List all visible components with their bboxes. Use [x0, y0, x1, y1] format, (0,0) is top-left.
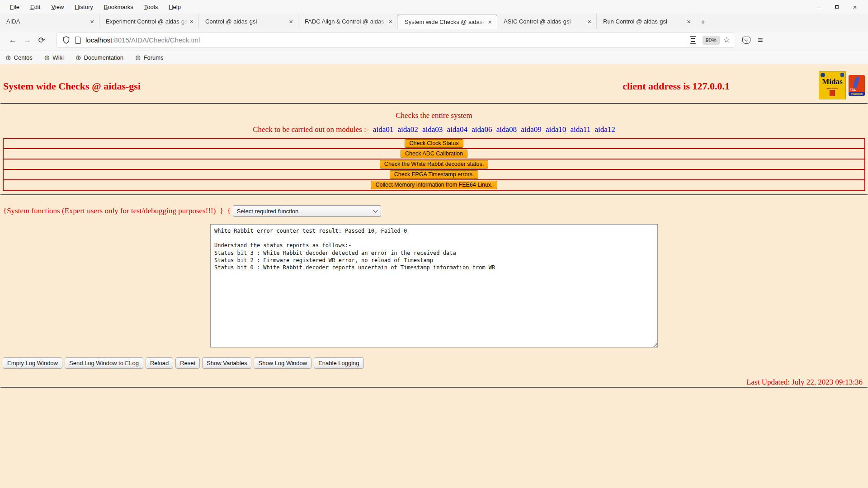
tab-control[interactable]: Control @ aidas-gsi × [199, 14, 298, 29]
midas-shield-icon [840, 73, 844, 77]
page-subtitle: Checks the entire system [0, 111, 868, 120]
tab-label: AIDA [6, 18, 89, 25]
module-link-aida06[interactable]: aida06 [472, 125, 492, 134]
module-link-aida01[interactable]: aida01 [373, 125, 393, 134]
tcl-powered-text: POWERED [849, 92, 865, 96]
close-button[interactable]: × [849, 2, 861, 12]
reload-button[interactable]: Reload [146, 357, 173, 369]
module-link-aida12[interactable]: aida12 [594, 125, 615, 134]
url-bar[interactable]: localhost:8015/AIDA/Check/Check.tml 90% … [56, 33, 734, 48]
navbar-right-icons: ≡ [742, 35, 766, 45]
new-tab-button[interactable]: + [696, 15, 710, 29]
globe-icon: ⊕ [5, 54, 11, 61]
midas-powered-by-text: powered by [827, 87, 838, 89]
module-link-aida10[interactable]: aida10 [546, 125, 566, 134]
tab-close-icon[interactable]: × [387, 18, 394, 25]
maximize-icon [835, 5, 839, 9]
navigation-bar: ← → ⟳ localhost:8015/AIDA/Check/Check.tm… [0, 29, 868, 51]
show-log-window-button[interactable]: Show Log Window [254, 357, 311, 369]
bookmark-documentation[interactable]: ⊕ Documentation [75, 54, 123, 61]
menu-hamburger-icon[interactable]: ≡ [755, 35, 766, 45]
reload-icon[interactable]: ⟳ [34, 33, 49, 47]
menu-help[interactable]: Help [163, 2, 186, 12]
module-link-aida04[interactable]: aida04 [447, 125, 467, 134]
globe-icon: ⊕ [75, 54, 81, 61]
module-link-aida08[interactable]: aida08 [496, 125, 517, 134]
tab-close-icon[interactable]: × [685, 18, 692, 25]
chevron-down-icon [373, 208, 377, 213]
tab-asic-control[interactable]: ASIC Control @ aidas-gsi × [497, 14, 597, 29]
bookmark-wiki[interactable]: ⊕ Wiki [44, 54, 64, 61]
menu-file[interactable]: File [5, 2, 25, 12]
reader-view-icon[interactable] [690, 36, 696, 44]
table-row: Check Clock Status [3, 138, 865, 149]
bookmark-centos[interactable]: ⊕ Centos [5, 54, 33, 61]
tab-label: Control @ aidas-gsi [205, 18, 288, 25]
menu-edit[interactable]: Edit [25, 2, 46, 12]
url-host: localhost [85, 36, 112, 44]
bookmark-label: Documentation [84, 54, 123, 61]
bookmark-star-icon[interactable]: ☆ [723, 35, 730, 45]
tab-run-control[interactable]: Run Control @ aidas-gsi × [597, 14, 696, 29]
check-white-rabbit-button[interactable]: Check the White Rabbit decoder status. [380, 160, 488, 169]
menu-tools[interactable]: Tools [139, 2, 163, 12]
url-path: :8015/AIDA/Check/Check.tml [112, 36, 200, 44]
bookmark-label: Centos [14, 54, 33, 61]
tcl-logo-text: TCL [850, 88, 856, 91]
tab-close-icon[interactable]: × [288, 18, 294, 25]
page-header: System wide Checks @ aidas-gsi client ad… [0, 64, 868, 103]
tab-close-icon[interactable]: × [89, 18, 95, 25]
menu-view[interactable]: View [46, 2, 69, 12]
bookmark-forums[interactable]: ⊕ Forums [135, 54, 164, 61]
tab-label: FADC Align & Control @ aidas-gsi [305, 18, 387, 25]
module-link-aida02[interactable]: aida02 [397, 125, 418, 134]
tab-aida[interactable]: AIDA × [0, 14, 99, 29]
maximize-button[interactable] [831, 2, 843, 12]
table-row: Check FPGA Timestamp errors. [3, 169, 865, 180]
tab-label: Run Control @ aidas-gsi [603, 18, 685, 25]
action-button-row: Empty Log Window Send Log Window to ELog… [3, 357, 868, 369]
shield-icon[interactable] [63, 36, 70, 44]
check-fpga-timestamp-button[interactable]: Check FPGA Timestamp errors. [390, 170, 478, 179]
send-log-to-elog-button[interactable]: Send Log Window to ELog [65, 357, 143, 369]
back-icon[interactable]: ← [5, 33, 20, 47]
tab-close-icon[interactable]: × [486, 18, 493, 26]
modules-label: Check to be carried out on modules :- [253, 125, 368, 134]
check-clock-status-button[interactable]: Check Clock Status [405, 139, 463, 148]
tab-experiment-control[interactable]: Experiment Control @ aidas-gsi × [99, 14, 199, 29]
midas-badge-icon [821, 73, 825, 77]
check-adc-calibration-button[interactable]: Check ADC Calibration [401, 150, 467, 158]
enable-logging-button[interactable]: Enable Logging [314, 357, 363, 369]
menu-bookmarks[interactable]: Bookmarks [99, 2, 139, 12]
show-variables-button[interactable]: Show Variables [202, 357, 251, 369]
module-link-aida11[interactable]: aida11 [570, 125, 590, 134]
menu-history[interactable]: History [69, 2, 98, 12]
log-window-wrap: White Rabbit error counter test result: … [210, 224, 658, 349]
globe-icon: ⊕ [44, 54, 50, 61]
forward-icon: → [20, 33, 34, 47]
function-select[interactable]: Select required function [233, 205, 381, 217]
midas-feather-icon [830, 90, 835, 96]
module-link-aida03[interactable]: aida03 [422, 125, 443, 134]
reset-button[interactable]: Reset [175, 357, 200, 369]
logo-group: Midas powered by TCL POWERED [819, 71, 865, 99]
tab-system-wide-checks[interactable]: System wide Checks @ aidas-gsi × [398, 14, 497, 29]
menu-bar: File Edit View History Bookmarks Tools H… [0, 0, 868, 14]
tab-fadc-align[interactable]: FADC Align & Control @ aidas-gsi × [298, 14, 398, 29]
collect-memory-info-button[interactable]: Collect Memory information from FEE64 Li… [371, 181, 497, 189]
log-window[interactable]: White Rabbit error counter test result: … [210, 224, 658, 347]
divider [0, 194, 868, 195]
divider [0, 387, 868, 388]
tab-label: System wide Checks @ aidas-gsi [405, 19, 486, 25]
zoom-level-badge[interactable]: 90% [703, 36, 720, 45]
page-info-icon[interactable] [75, 37, 81, 44]
pocket-icon[interactable] [742, 37, 750, 44]
table-row: Check ADC Calibration [3, 149, 865, 159]
tab-close-icon[interactable]: × [586, 18, 593, 25]
tab-close-icon[interactable]: × [188, 18, 195, 25]
module-link-aida09[interactable]: aida09 [521, 125, 541, 134]
empty-log-window-button[interactable]: Empty Log Window [3, 357, 62, 369]
check-table: Check Clock Status Check ADC Calibration… [3, 138, 865, 191]
minimize-button[interactable]: – [813, 2, 825, 12]
tcl-feather-icon [853, 76, 859, 89]
